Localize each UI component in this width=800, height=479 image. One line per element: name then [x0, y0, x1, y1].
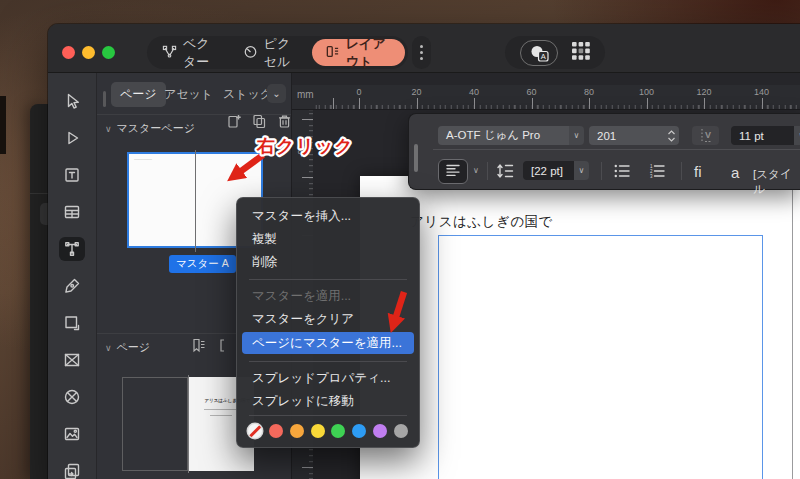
minimize-window-button[interactable]	[82, 46, 95, 59]
numbered-list-icon[interactable]: 123	[649, 164, 665, 182]
persona-layout-button[interactable]: レイアウト	[312, 39, 405, 66]
tab-assets[interactable]: アセット	[164, 86, 213, 103]
divider	[487, 162, 488, 180]
pixel-persona-icon	[243, 44, 258, 62]
page-thumb-title: アリスはふしぎの国で	[205, 397, 238, 404]
master-page-label[interactable]: マスター A	[169, 255, 236, 273]
tab-stock[interactable]: ストック	[223, 86, 272, 103]
divider	[433, 149, 800, 150]
document-headline-text[interactable]: アリスはふしぎの国で	[410, 213, 553, 231]
chevron-down-icon: ∨	[569, 126, 584, 145]
node-tool[interactable]	[59, 126, 85, 150]
page-thumb-line	[210, 415, 232, 416]
preview-mode-icon[interactable]: A	[520, 40, 558, 66]
collapse-chevron-icon[interactable]: ∨	[105, 124, 112, 134]
svg-text:3: 3	[650, 174, 653, 178]
empty-page-slot	[122, 377, 188, 471]
leading-icon	[497, 163, 514, 183]
persona-vector-button[interactable]: ベクター	[150, 39, 231, 66]
leading-select[interactable]: [22 pt]∨	[523, 161, 589, 180]
page-edge-guide	[792, 176, 793, 479]
menu-item-apply-master-to-pages[interactable]: ページにマスターを適用...	[242, 332, 414, 354]
menu-item-apply-master: マスターを適用...	[242, 285, 414, 308]
character-style-button[interactable]: a	[731, 164, 739, 181]
chevron-down-icon: ∨	[574, 161, 589, 180]
menu-item-duplicate[interactable]: 複製	[242, 228, 414, 251]
picture-frame-rectangle-tool[interactable]	[59, 348, 85, 372]
context-menu: マスターを挿入... 複製 削除 マスターを適用... マスターをクリア ページ…	[236, 197, 420, 448]
chevron-down-icon[interactable]: ∨	[473, 166, 479, 175]
color-tag-none[interactable]	[248, 424, 262, 438]
panel-drag-handle[interactable]	[103, 91, 106, 107]
menu-item-spread-properties[interactable]: スプレッドプロパティ...	[242, 367, 414, 390]
persona-pixel-button[interactable]: ピクセル	[231, 39, 312, 66]
v-tick: -20	[296, 140, 306, 162]
h-tick: 60	[517, 87, 547, 97]
rectangle-tool[interactable]	[59, 311, 85, 335]
layout-persona-icon	[325, 44, 340, 62]
font-size-select[interactable]: 11 pt∨	[731, 126, 800, 145]
bullet-list-icon[interactable]	[614, 164, 630, 182]
master-pages-header[interactable]: ∨マスターページ	[105, 121, 195, 136]
color-tag-green[interactable]	[331, 424, 345, 438]
svg-text:V: V	[704, 130, 710, 140]
font-family-select[interactable]: A-OTF じゅん Pro∨	[438, 126, 584, 145]
tab-pages[interactable]: ページ	[111, 82, 166, 107]
picture-frame-ellipse-tool[interactable]	[59, 385, 85, 409]
menu-item-go-to-spread[interactable]: スプレッドに移動	[242, 390, 414, 413]
h-tick: 0	[344, 87, 374, 97]
vertical-text-icon[interactable]: V	[692, 126, 719, 145]
close-window-button[interactable]	[62, 46, 75, 59]
table-tool[interactable]	[59, 200, 85, 224]
artistic-text-tool[interactable]	[59, 237, 85, 261]
color-tag-yellow[interactable]	[311, 424, 325, 438]
menu-item-clear-master[interactable]: マスターをクリア	[242, 308, 414, 331]
color-tag-red[interactable]	[269, 424, 283, 438]
color-tag-purple[interactable]	[373, 424, 387, 438]
place-image-tool[interactable]	[59, 422, 85, 446]
svg-text:A: A	[540, 51, 545, 60]
menu-item-delete[interactable]: 削除	[242, 251, 414, 274]
frame-icon[interactable]	[219, 338, 234, 357]
h-tick: 120	[689, 87, 719, 97]
toolbar-drag-handle[interactable]	[414, 144, 418, 172]
pages-tool[interactable]	[59, 459, 85, 479]
more-personas-button[interactable]	[412, 36, 431, 69]
persona-vector-label: ベクター	[183, 35, 219, 71]
color-tag-orange[interactable]	[290, 424, 304, 438]
divider	[601, 162, 602, 180]
menu-item-insert-master[interactable]: マスターを挿入...	[242, 205, 414, 228]
ligatures-button[interactable]: fi	[694, 163, 702, 180]
ruler-ticks	[314, 97, 800, 109]
chevron-down-icon: ∨	[794, 126, 800, 145]
persona-pixel-label: ピクセル	[264, 35, 300, 71]
duplicate-icon[interactable]	[252, 114, 267, 133]
collapse-chevron-icon[interactable]: ∨	[105, 343, 112, 353]
color-tag-blue[interactable]	[352, 424, 366, 438]
h-tick: 40	[459, 87, 489, 97]
add-master-icon[interactable]	[227, 114, 242, 133]
horizontal-ruler: mm 0 20 40 60 80 100 120 140	[292, 85, 800, 110]
background-window-edge	[0, 96, 6, 154]
move-tool[interactable]	[59, 89, 85, 113]
arrange-pages-icon[interactable]	[191, 338, 206, 357]
page-spread-thumbnail[interactable]: アリスはふしぎの国で	[122, 377, 254, 471]
trash-icon[interactable]	[277, 114, 292, 133]
menu-separator	[249, 279, 407, 280]
studio-grid-icon[interactable]	[572, 42, 590, 64]
frame-text-tool[interactable]	[59, 163, 85, 187]
color-tag-gray[interactable]	[394, 424, 408, 438]
panel-menu-chevron-icon[interactable]: ⌄	[267, 84, 286, 103]
selected-text-frame[interactable]	[438, 235, 763, 479]
view-controls: A	[505, 36, 605, 69]
text-style-select[interactable]: [スタイル	[753, 167, 800, 197]
text-context-toolbar: A-OTF じゅん Pro∨ 201 V 11 pt∨ ∨ [22 pt]∨	[408, 113, 800, 190]
h-tick: 80	[574, 87, 604, 97]
h-tick: 100	[632, 87, 662, 97]
pages-header[interactable]: ∨ページ	[105, 340, 150, 355]
tools-panel	[48, 73, 97, 479]
zoom-window-button[interactable]	[102, 46, 115, 59]
alignment-button[interactable]	[438, 159, 468, 184]
tracking-stepper[interactable]: 201	[589, 126, 679, 145]
pen-tool[interactable]	[59, 274, 85, 298]
